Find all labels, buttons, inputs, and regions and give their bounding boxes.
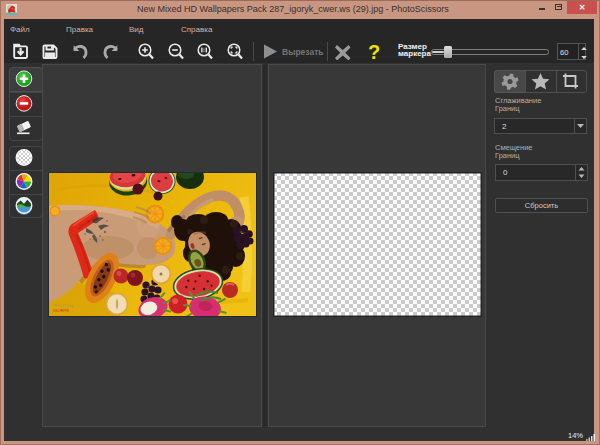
svg-text:IGORYK: IGORYK [53, 308, 69, 313]
